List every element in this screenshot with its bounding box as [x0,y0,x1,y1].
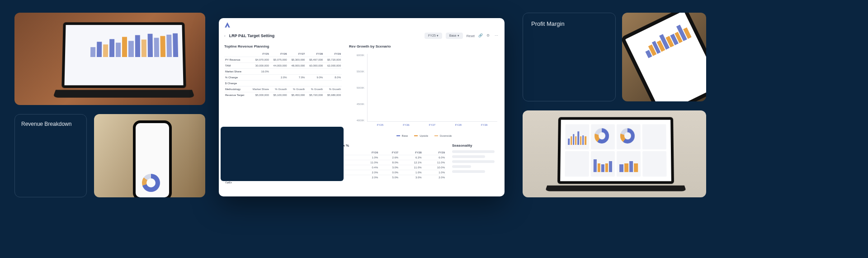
topline-revenue-section: Topline Revenue Planning FY25FY26FY27FY2… [224,44,342,137]
brand-logo-icon [224,22,231,28]
more-icon[interactable]: ⋯ [495,33,499,38]
chart-plot-area [367,54,497,122]
skeleton-line [452,160,495,163]
revenue-breakdown-title: Revenue Breakdown [21,121,80,127]
table-row: MethodologyMarket Share% Growth% Growth%… [224,86,342,92]
fy-selector[interactable]: FY25 ▾ [425,33,442,39]
phone-device [133,120,172,197]
table-row: 6.0%2.0%5.0%3.0%2.0% [335,175,446,180]
scenario-selector[interactable]: Base ▾ [446,33,463,39]
seasonality-title: Seasonality [452,143,499,148]
revenue-breakdown-card: Revenue Breakdown [14,114,87,197]
table-row: % Change2.0%7.0%9.0%8.0% [224,75,342,81]
dashboard-header: ‹ LRP P&L Target Setting FY25 ▾ Base ▾ R… [224,33,499,39]
chart-legend: Base Upside Downside [349,134,499,137]
overlay-card [221,127,344,181]
legend-base: Base [396,134,408,137]
laptop-screen [61,22,186,88]
back-icon[interactable]: ‹ [224,34,226,38]
laptop-base [53,90,195,98]
profit-margin-title: Profit Margin [531,20,607,27]
lrp-dashboard: ‹ LRP P&L Target Setting FY25 ▾ Base ▾ R… [219,18,505,196]
table-row: TAM30,000,00044,000,00048,000,00060,000,… [224,63,342,69]
table-row: 6.0%2.0%0.0%1.0%1.0% [335,170,446,175]
mini-bar-chart [90,32,178,57]
chart-y-axis: 6000K5500K5000K4500K4000K [349,54,364,122]
opex-pct-section: OpEx % FY25FY26FY27FY28FY29 2.6%1.0%2.6%… [335,143,446,185]
rev-growth-chart: 6000K5500K5000K4500K4000K FY25FY26FY27FY… [349,51,499,133]
rev-growth-title: Rev Growth by Scenario [349,44,499,48]
table-row: $ Change [224,81,342,86]
legend-upside: Upside [414,134,428,137]
reset-button[interactable]: Reset [467,34,475,38]
settings-icon[interactable]: ⚙ [486,33,491,38]
table-row: 8.5%11.0%8.0%12.1%11.0% [335,160,446,165]
phone-donut-chart [142,174,160,192]
table-row: PY Revenue$4,970,000$5,075,000$5,300,000… [224,57,342,63]
topline-table: FY25FY26FY27FY28FY29 PY Revenue$4,970,00… [224,51,342,98]
tablet-bar-chart [641,21,692,58]
page-title: LRP P&L Target Setting [229,33,421,38]
table-row: 5.2%0.4%3.0%11.0%10.0% [335,165,446,170]
seasonality-section: Seasonality [452,143,499,185]
topline-title: Topline Revenue Planning [224,44,342,48]
laptop-base-2 [545,186,687,191]
hero-tablet-photo [622,13,706,101]
hero-laptop-photo-2 [523,110,706,197]
table-row: Revenue Target$5,000,000$5,100,000$5,450… [224,92,342,98]
dashboard-grid [565,124,666,177]
tablet-device [622,13,706,101]
opex-pct-title: OpEx % [335,143,446,148]
table-row: Market Share16.0% [224,69,342,75]
rev-growth-section: Rev Growth by Scenario 6000K5500K5000K45… [349,44,499,137]
legend-downside: Downside [434,134,452,137]
skeleton-line [452,150,495,153]
skeleton-line [452,170,485,173]
chart-x-axis: FY25FY26FY27FY28FY29 [367,124,497,130]
skeleton-line [452,165,471,168]
link-icon[interactable]: 🔗 [478,33,483,38]
hero-phone-photo [94,114,205,197]
hero-laptop-photo [14,13,205,105]
laptop-screen-2 [557,117,674,184]
profit-margin-card: Profit Margin [523,13,616,101]
table-row: 2.6%1.0%2.6%6.2%6.0% [335,155,446,160]
skeleton-line [452,155,485,158]
opex-pct-table: FY25FY26FY27FY28FY29 2.6%1.0%2.6%6.2%6.0… [335,150,446,180]
